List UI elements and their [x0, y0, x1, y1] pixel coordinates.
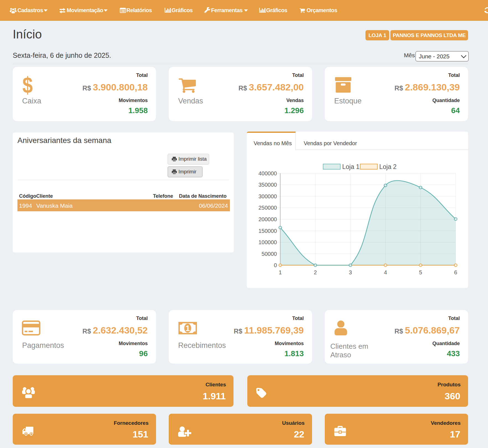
svg-text:100000: 100000	[258, 239, 277, 245]
svg-text:300000: 300000	[258, 193, 277, 199]
svg-text:150000: 150000	[258, 228, 277, 234]
svg-text:Loja 2: Loja 2	[379, 163, 397, 170]
svg-text:250000: 250000	[258, 205, 277, 211]
svg-text:3: 3	[349, 269, 352, 275]
svg-text:400000: 400000	[258, 170, 277, 176]
svg-text:50000: 50000	[261, 251, 277, 257]
svg-text:350000: 350000	[258, 182, 277, 188]
svg-text:1: 1	[279, 269, 282, 275]
svg-text:2: 2	[314, 269, 317, 275]
svg-text:0: 0	[274, 262, 277, 268]
svg-text:Loja 1: Loja 1	[342, 163, 360, 170]
svg-text:5: 5	[419, 269, 422, 275]
svg-text:4: 4	[384, 269, 387, 275]
svg-text:1: 1	[185, 324, 190, 333]
svg-text:6: 6	[454, 269, 457, 275]
svg-text:200000: 200000	[258, 216, 277, 222]
